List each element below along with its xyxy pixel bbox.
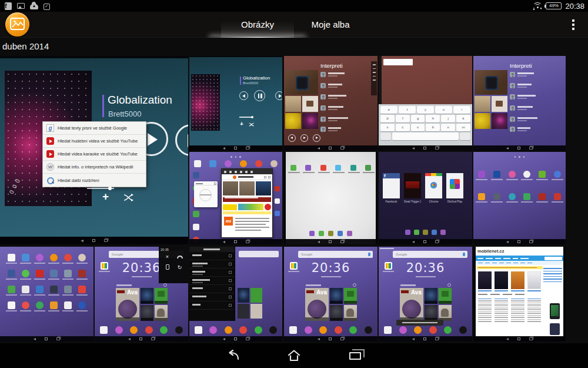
thumbnail-walkman-player[interactable]: Globalization Brett5000 + xyxy=(189,56,282,151)
playstation-icon xyxy=(493,171,500,178)
app-icon xyxy=(349,326,357,334)
album-icon xyxy=(414,326,422,334)
thumbnail-search-keyboard[interactable]: etyui dfghjk xcvbnm xyxy=(379,56,472,151)
thumbnail-walkman-player-menu[interactable]: 000 Globalization Brett5000 Brett5000 gH… xyxy=(0,56,188,244)
backup-icon xyxy=(50,286,58,293)
voice-search-icon xyxy=(22,301,29,309)
flashlight-icon xyxy=(166,264,169,270)
key: v xyxy=(411,124,425,131)
app-icon-row xyxy=(478,171,561,178)
small-browser-window: mi xyxy=(221,168,273,238)
youtube-icon xyxy=(46,137,54,145)
app-icon xyxy=(328,231,333,236)
app-icon-row xyxy=(478,193,561,200)
app-icon-column xyxy=(275,186,280,216)
small-apps-bar xyxy=(286,231,376,236)
home-button[interactable] xyxy=(285,349,303,363)
screenshot-icon xyxy=(17,3,25,9)
app-icon xyxy=(305,165,311,171)
tablet-image xyxy=(495,271,508,289)
key: i xyxy=(453,106,470,114)
home-clock: 20:36 xyxy=(379,261,472,275)
thumbnail-home-quick-settings[interactable]: Google 20:36 Ava 20:35 xyxy=(95,247,188,342)
app-icon xyxy=(509,193,516,200)
camera-icon xyxy=(175,326,183,334)
site-logo-icon xyxy=(233,175,236,179)
chrome-card xyxy=(425,173,442,198)
key: b xyxy=(426,124,440,131)
thumbnail-home-clock-toast[interactable]: Google 20:36 Ava xyxy=(379,247,472,342)
video-icon xyxy=(429,326,437,334)
maps-icon xyxy=(193,211,199,217)
track-artist: Brett5000 xyxy=(108,110,141,118)
thumbnail-home-clock[interactable]: Google 20:36 Ava xyxy=(284,247,377,342)
app-icon xyxy=(405,230,410,235)
thumbnail-home-small-browser[interactable]: mi xyxy=(189,152,282,244)
thumbnail-artists-red[interactable]: Interpreti xyxy=(284,56,377,151)
thumbnail-navbar xyxy=(473,239,566,244)
app-icon xyxy=(50,270,58,277)
thumbnail-app-drawer[interactable] xyxy=(0,247,93,342)
recents-button[interactable] xyxy=(346,349,364,363)
phone-image xyxy=(550,303,560,319)
app-icon xyxy=(240,160,247,167)
youtube-icon xyxy=(46,150,54,158)
web-page: mobilenet.cz xyxy=(476,247,563,336)
small-apps-screen xyxy=(286,152,376,244)
facebook-notification-icon: f xyxy=(5,2,12,10)
tab-obrazky[interactable]: Obrázky xyxy=(221,12,294,38)
notification-icons: f xyxy=(5,2,50,10)
thumbnail-web-mobilenet[interactable]: mobilenet.cz xyxy=(473,247,566,342)
thumbnail-navbar xyxy=(189,239,282,244)
key: j xyxy=(441,115,455,122)
facebook-icon xyxy=(193,172,199,178)
thumbnail-small-apps-manager[interactable] xyxy=(284,152,377,244)
wifi-icon xyxy=(177,256,183,258)
walkman-icon xyxy=(36,254,44,261)
google-icon xyxy=(8,301,15,309)
small-app-popup xyxy=(194,181,218,207)
video-icon xyxy=(335,326,342,334)
thumbnail-artists-purple[interactable]: Interpreti xyxy=(473,56,566,151)
album-icon xyxy=(225,326,232,334)
menu-item: WHledat info. o interpretech na Wikipedi… xyxy=(43,161,146,174)
app-icon-row xyxy=(194,160,278,167)
status-bar: f 49% 20:38 xyxy=(0,0,588,12)
thumbnail-navbar xyxy=(0,336,93,342)
thumbnail-navbar xyxy=(284,145,377,151)
app-icon xyxy=(160,326,168,334)
app-icon xyxy=(414,230,419,235)
home-icon xyxy=(287,350,301,362)
progress-bar xyxy=(239,117,252,118)
artists-heading: Interpreti xyxy=(320,62,343,69)
thumbnail-navbar xyxy=(473,336,566,342)
clock-text: 20:38 xyxy=(565,2,584,11)
app-icon xyxy=(22,270,29,277)
tablet-image xyxy=(527,271,541,289)
app-icon xyxy=(432,230,437,235)
overflow-menu-icon[interactable] xyxy=(568,18,579,31)
product-images xyxy=(478,271,541,289)
gmail-icon xyxy=(320,165,326,171)
browser-addressbar xyxy=(222,174,272,180)
settings-menu-panel xyxy=(189,247,235,321)
app-icon xyxy=(554,193,561,200)
walkman-icon xyxy=(209,326,217,334)
recents-icon xyxy=(349,352,361,360)
thumbnail-home-settings-menu[interactable] xyxy=(189,247,282,342)
prev-icon xyxy=(288,134,296,142)
refresh-icon xyxy=(447,283,451,287)
tab-moje-alba[interactable]: Moje alba xyxy=(294,12,367,38)
app-icon xyxy=(347,231,352,236)
thumbnail-recent-apps[interactable]: Facebook Dead Trigger 2 Chrome Obchod Pl… xyxy=(379,152,472,244)
video-icon xyxy=(145,326,153,334)
menu-item: Hledat videa karaoke ve službě YouTube xyxy=(43,148,146,161)
app-icon xyxy=(78,270,86,277)
app-icon xyxy=(365,165,371,171)
progress-bar xyxy=(87,188,114,189)
shuffle-icon xyxy=(249,122,255,127)
thumbnail-home-apps[interactable] xyxy=(473,152,566,244)
app-icon xyxy=(50,301,58,309)
alphabet-index xyxy=(371,61,377,95)
back-button[interactable] xyxy=(224,349,242,363)
